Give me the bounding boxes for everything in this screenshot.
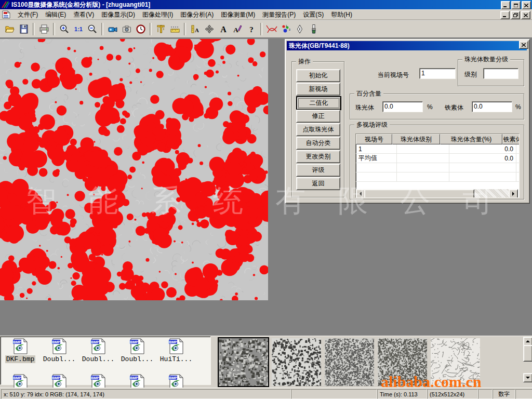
file-item[interactable]: BMPHuiTi... [157, 338, 195, 363]
particles-icon: 13 [281, 24, 291, 34]
table-hscrollbar[interactable] [356, 189, 518, 197]
mdi-close-button[interactable] [521, 11, 530, 19]
pan-button[interactable] [202, 22, 216, 35]
current-view-label: 当前视场号 [378, 71, 409, 79]
svg-text:1: 1 [286, 24, 287, 28]
phase-particles-button[interactable]: 13 [278, 22, 292, 35]
mdi-restore-button[interactable] [511, 11, 520, 19]
pearlite-input[interactable]: 0.0 [382, 101, 423, 112]
menu-edit[interactable]: 编辑(E) [42, 9, 70, 20]
thumbnail-1[interactable] [219, 338, 268, 386]
move-cross-icon [204, 24, 215, 34]
help-button[interactable]: ? [244, 22, 258, 35]
edit-annotation-button[interactable]: A [230, 22, 244, 35]
curve-tool-button[interactable] [264, 22, 278, 35]
caliper-icon [156, 24, 166, 34]
scroll-right-button[interactable] [509, 189, 518, 198]
hscroll-thumb[interactable] [364, 189, 474, 198]
menu-image-processing[interactable]: 图像处理(I) [139, 9, 177, 20]
thumbnail-5[interactable] [431, 338, 480, 386]
grading-group-label: 珠光体数量分级 [462, 56, 510, 63]
svg-text:BMP: BMP [52, 376, 60, 380]
pick-pearlite-button[interactable]: 点取珠光体 [296, 123, 340, 136]
thumbnail-4[interactable] [378, 338, 427, 386]
open-button[interactable] [3, 22, 17, 35]
auto-classify-button[interactable]: 自动分类 [296, 137, 340, 150]
table-row[interactable]: 平均值 0.0 [356, 154, 519, 163]
print-button[interactable] [37, 22, 51, 35]
micrograph-image[interactable] [0, 39, 268, 300]
printer-icon [39, 24, 49, 34]
menu-file[interactable]: 文件(F) [14, 9, 42, 20]
menu-bar: 文件(F) 编辑(E) 查看(V) 图像显示(D) 图像处理(I) 图像分析(A… [0, 9, 532, 20]
measure-label-button[interactable]: A [188, 22, 202, 35]
thumbnail-3[interactable] [325, 338, 374, 386]
brush-tool-button[interactable] [307, 22, 321, 35]
actual-size-button[interactable]: 1:1 [71, 22, 85, 35]
correct-button[interactable]: 修正 [296, 110, 340, 123]
svg-text:BMP: BMP [169, 376, 177, 380]
grading-group: 珠光体数量分级 级别 [458, 59, 524, 86]
col-pearlite-grade[interactable]: 珠光体级别 [392, 134, 440, 144]
dialog-close-button[interactable] [519, 41, 528, 49]
grade-button[interactable]: 评级 [296, 164, 340, 177]
change-class-button[interactable]: 更改类别 [296, 150, 340, 163]
menu-image-display[interactable]: 图像显示(D) [98, 9, 139, 20]
save-button[interactable] [17, 22, 31, 35]
file-item[interactable]: BMPDKF.bmp [1, 338, 39, 363]
timer-button[interactable] [134, 22, 148, 35]
file-item[interactable]: BMP [79, 374, 117, 385]
mdi-minimize-button[interactable] [500, 11, 510, 19]
menu-view[interactable]: 查看(V) [70, 9, 98, 20]
svg-text:BMP: BMP [52, 340, 60, 344]
file-item[interactable]: BMP [40, 374, 78, 385]
minimize-button[interactable] [501, 1, 510, 9]
svg-text:BMP: BMP [13, 340, 21, 344]
file-item[interactable]: BMP [157, 374, 195, 385]
menu-measure-report[interactable]: 测量报告(P) [259, 9, 299, 20]
thumbnail-2[interactable] [272, 338, 321, 386]
pen-tool-button[interactable] [292, 22, 307, 35]
col-field-number[interactable]: 视场号 [356, 134, 392, 144]
binarize-button[interactable]: 二值化 [296, 96, 341, 110]
zoom-in-button[interactable] [57, 22, 71, 35]
table-row[interactable]: 1 0.0 [356, 144, 519, 154]
right-arrow-icon [512, 192, 514, 196]
ferrite-input[interactable]: 0.0 [472, 101, 512, 112]
file-item[interactable]: BMP [118, 374, 156, 385]
file-item[interactable]: BMPDoubl... [79, 338, 117, 363]
menu-help[interactable]: 帮助(H) [327, 9, 356, 20]
svg-text:1:1: 1:1 [74, 26, 83, 32]
new-field-button[interactable]: 新视场 [296, 83, 340, 96]
ruler-button[interactable] [168, 22, 182, 35]
file-item[interactable]: BMP [1, 374, 39, 385]
file-browser: BMPDKF.bmp BMPDoubl... BMPDoubl... BMPDo… [0, 336, 211, 385]
menu-image-measure[interactable]: 图像测量(M) [217, 9, 259, 20]
initialize-button[interactable]: 初始化 [296, 69, 340, 82]
camera-capture-button[interactable] [119, 22, 134, 35]
menu-image-analysis[interactable]: 图像分析(A) [177, 9, 217, 20]
text-annotation-button[interactable]: A [216, 22, 230, 35]
col-pearlite-content[interactable]: 珠光体含量(%) [440, 134, 502, 144]
level-input[interactable] [483, 68, 518, 79]
percent-group-label: 百分含量 [354, 90, 383, 97]
svg-text:A: A [220, 25, 227, 34]
video-capture-button[interactable] [105, 22, 119, 35]
operation-group-label: 操作 [296, 58, 313, 65]
return-button[interactable]: 返回 [296, 177, 340, 190]
file-item[interactable]: BMPDoubl... [40, 338, 78, 363]
pearlite-label: 珠光体 [355, 103, 374, 112]
maximize-button[interactable] [511, 1, 521, 9]
multiview-group: 多视场评级 视场号 珠光体级别 珠光体含量(%) 铁素体含量(%) 1 0.0 [350, 125, 524, 200]
col-ferrite-content[interactable]: 铁素体含量(%) [502, 134, 520, 144]
menu-settings[interactable]: 设置(S) [299, 9, 327, 20]
close-button[interactable] [522, 1, 531, 9]
svg-text:3: 3 [289, 28, 290, 31]
file-item[interactable]: BMPDoubl... [118, 338, 156, 363]
multiview-table: 视场号 珠光体级别 珠光体含量(%) 铁素体含量(%) 1 0.0 平均值 [355, 134, 520, 198]
caliper-button[interactable] [154, 22, 168, 35]
status-bar: x: 510 y: 79 idx: 0 RGB: (174, 174, 174)… [0, 388, 532, 399]
svg-text:BMP: BMP [91, 340, 99, 344]
zoom-out-button[interactable] [85, 22, 99, 35]
current-view-input[interactable]: 1 [419, 68, 456, 79]
